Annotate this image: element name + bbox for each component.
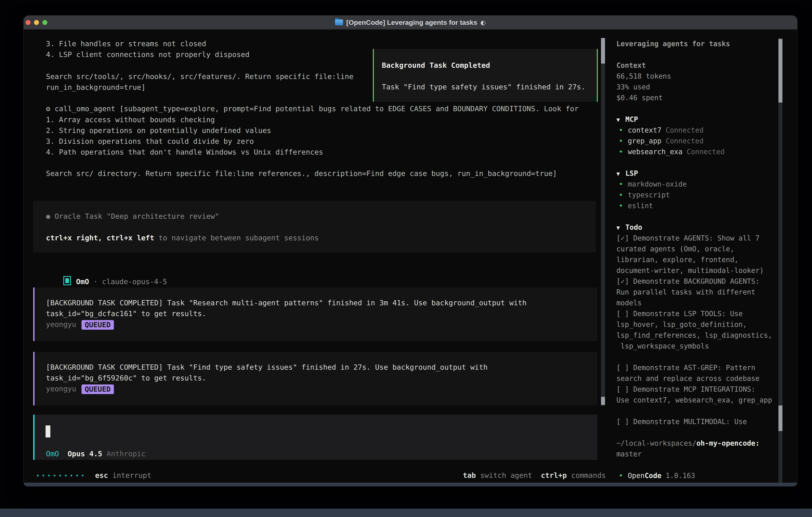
collapse-icon: ▼ [616, 168, 626, 179]
todo-line-done: [✓] Demonstrate AGENTS: Show all 7 [616, 233, 779, 244]
task-line: task_id="bg_dcfac161" to get results. [46, 308, 206, 319]
todo-line-pending: Use context7, websearch_exa, grep_app [616, 394, 779, 405]
statusbar-left: ••••••••• esc interrupt [36, 470, 151, 481]
model-info-line: OmO Opus 4.5 Anthropic [46, 448, 146, 470]
input-model-name: Opus 4.5 [59, 450, 107, 458]
input-provider: Anthropic [107, 450, 145, 458]
status-badge: QUEUED [82, 384, 114, 394]
terminal-line: 2. String operations on potentially unde… [46, 125, 271, 136]
oracle-icon: ◉ [46, 212, 50, 220]
oracle-hint-line: ctrl+x right, ctrl+x left to navigate be… [46, 233, 319, 243]
esc-label: interrupt [108, 471, 151, 480]
todo-line-done: librarian, explore, frontend, [616, 254, 779, 265]
lsp-section-header[interactable]: ▼LSP [616, 168, 779, 179]
screen: [OpenCode] Leveraging agents for tasks ◐… [0, 0, 812, 517]
todo-line-pending: [ ] Demonstrate MCP INTEGRATIONS: [616, 384, 779, 394]
workspace-path: ~/local-workspaces/oh-my-opencode: [616, 438, 779, 448]
tool-call-line: ⚙ call_omo_agent [subagent_type=explore,… [46, 103, 579, 114]
agent-model: claude-opus-4-5 [102, 277, 167, 286]
separator: · [89, 277, 102, 286]
version-line: •OpenCode1.0.163 [616, 470, 779, 481]
collapse-icon: ▼ [616, 114, 626, 125]
gear-icon: ⚙ [46, 105, 50, 113]
task-line: task_id="bg_6f59260c" to get results. [46, 373, 206, 383]
sidebar-scrollbar-thumb[interactable] [778, 405, 782, 431]
todo-section-header[interactable]: ▼Todo [616, 222, 779, 233]
context-spent: $0.46 spent [616, 92, 779, 103]
oracle-task-line: ◉ Oracle Task "Deep architecture review" [46, 211, 219, 222]
sidebar: Leveraging agents for tasks Context 66,5… [616, 38, 779, 481]
terminal-line: 3. File handles or streams not closed [46, 38, 206, 49]
task-meta: yeongyuQUEUED [46, 319, 114, 330]
agent-name: OmO [76, 277, 89, 286]
task-meta: yeongyuQUEUED [46, 383, 114, 394]
bullet-icon: • [616, 179, 628, 190]
esc-key: esc [95, 471, 108, 480]
window-title-group: [OpenCode] Leveraging agents for tasks ◐ [24, 16, 797, 29]
mcp-section-header[interactable]: ▼MCP [616, 114, 779, 125]
tool-call-text: call_omo_agent [subagent_type=explore, p… [55, 105, 579, 113]
main-scrollbar-track[interactable] [601, 38, 605, 406]
mcp-item: •context7Connected [616, 125, 779, 136]
shortcut-hint: to navigate between subagent sessions [154, 234, 319, 242]
toast-title: Background Task Completed [382, 60, 490, 71]
window-bottom-edge [24, 483, 797, 486]
todo-line-active: lsp_hover, lsp_goto_definition, [616, 319, 779, 330]
todo-line-done: [✓] Demonstrate BACKGROUND AGENTS: [616, 276, 779, 287]
context-used: 33% used [616, 82, 779, 92]
window-title: [OpenCode] Leveraging agents for tasks [346, 19, 477, 26]
task-line: [BACKGROUND TASK COMPLETED] Task "Resear… [46, 298, 527, 308]
agent-icon [63, 276, 71, 285]
context-tokens: 66,518 tokens [616, 71, 779, 82]
tab-key: tab [463, 471, 476, 480]
terminal-line: 4. Path operations that don't handle Win… [46, 147, 323, 158]
todo-line-pending: [ ] Demonstrate AST-GREP: Pattern [616, 362, 779, 373]
sidebar-scrollbar-track[interactable] [778, 38, 782, 486]
oracle-task-panel: ◉ Oracle Task "Deep architecture review"… [33, 201, 596, 252]
lsp-item: •markdown-oxide [616, 179, 779, 190]
ctrlp-key: ctrl+p [541, 471, 567, 480]
lsp-item: •eslint [616, 200, 779, 211]
main-scrollbar-thumb[interactable] [601, 38, 605, 63]
collapse-icon: ▼ [616, 222, 626, 233]
lsp-item: •typescript [616, 190, 779, 200]
terminal-line: 3. Division operations that could divide… [46, 136, 254, 147]
terminal-line: run_in_background=true] [46, 82, 146, 93]
bullet-icon: • [616, 200, 628, 211]
background-task-toast: Background Task Completed Task "Find typ… [373, 49, 598, 102]
main-scrollbar-thumb[interactable] [601, 397, 605, 405]
todo-line-pending: [ ] Demonstrate MULTIMODAL: Use [616, 416, 779, 427]
shortcut-keys: ctrl+x right, ctrl+x left [46, 234, 154, 242]
background-task-card: [BACKGROUND TASK COMPLETED] Task "Resear… [33, 288, 597, 341]
background-task-card: [BACKGROUND TASK COMPLETED] Task "Find t… [33, 352, 597, 405]
sidebar-title: Leveraging agents for tasks [616, 38, 779, 49]
bullet-icon: • [616, 470, 628, 481]
folder-icon [335, 19, 343, 25]
agent-icon-fill [65, 278, 69, 283]
terminal-line: 4. LSP client connections not properly d… [46, 49, 250, 60]
prompt-input[interactable]: OmO Opus 4.5 Anthropic [33, 415, 597, 460]
todo-line-active: lsp_workspace_symbols [616, 341, 779, 351]
todo-line-done: curated agents (OmO, oracle, [616, 244, 779, 254]
terminal-line: Search src/tools/, src/hooks/, src/featu… [46, 71, 353, 82]
workspace-branch: master [616, 448, 779, 459]
todo-line-pending: search and replace across codebase [616, 373, 779, 384]
todo-line-done: models [616, 298, 779, 308]
bullet-icon: • [616, 190, 628, 200]
task-user: yeongyu [46, 320, 76, 328]
todo-line-done: Run parallel tasks with different [616, 287, 779, 298]
todo-line-active: [ ] Demonstrate LSP TOOLS: Use [616, 308, 779, 319]
input-agent-name: OmO [46, 450, 59, 458]
bullet-icon: • [616, 146, 628, 157]
task-line: [BACKGROUND TASK COMPLETED] Task "Find t… [46, 362, 488, 373]
progress-dots: ••••••••• [36, 472, 87, 479]
task-user: yeongyu [46, 385, 76, 393]
mcp-item: •websearch_exaConnected [616, 146, 779, 157]
mcp-item: •grep_appConnected [616, 136, 779, 146]
status-badge: QUEUED [82, 320, 114, 330]
toast-body: Task "Find type safety issues" finished … [382, 82, 585, 92]
sidebar-scrollbar-thumb[interactable] [778, 39, 782, 103]
terminal-line: Search src/ directory. Return specific f… [46, 168, 557, 179]
context-heading: Context [616, 60, 779, 71]
todo-line-done: document-writer, multimodal-looker) [616, 265, 779, 276]
